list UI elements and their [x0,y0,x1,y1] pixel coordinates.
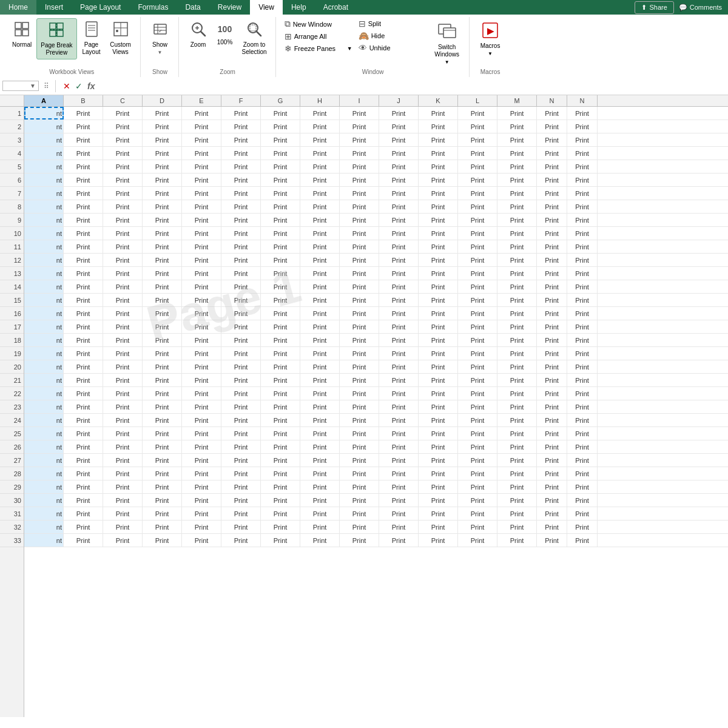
col-header-I[interactable]: I [340,95,379,106]
cell-F29[interactable]: Print [221,480,261,493]
col-header-M[interactable]: M [497,95,537,106]
cell-J17[interactable]: Print [379,320,419,333]
cell-B26[interactable]: Print [64,440,103,453]
cell-J16[interactable]: Print [379,307,419,320]
cell-D30[interactable]: Print [143,494,182,507]
cell-G15[interactable]: Print [261,294,300,306]
cell-M16[interactable]: Print [497,307,537,320]
cell-H14[interactable]: Print [300,280,340,293]
cell-D22[interactable]: Print [143,387,182,400]
cell-H23[interactable]: Print [300,400,340,413]
cell-L11[interactable]: Print [458,240,497,253]
cell-D13[interactable]: Print [143,267,182,280]
cell-K13[interactable]: Print [419,267,458,280]
cell-F4[interactable]: Print [221,147,261,160]
cell-M22[interactable]: Print [497,387,537,400]
cell-I16[interactable]: Print [340,307,379,320]
cell-H6[interactable]: Print [300,174,340,186]
cell-A21[interactable]: nt [24,374,64,386]
cell-M33[interactable]: Print [497,534,537,547]
cell-M19[interactable]: Print [497,347,537,360]
cell-L13[interactable]: Print [458,267,497,280]
cell-extra-1[interactable]: Print [567,107,598,120]
cell-L6[interactable]: Print [458,174,497,186]
cell-E24[interactable]: Print [182,414,221,426]
cell-K31[interactable]: Print [419,507,458,520]
col-header-A[interactable]: A [24,95,64,106]
cell-N26[interactable]: Print [537,440,567,453]
cell-M18[interactable]: Print [497,334,537,346]
cell-D18[interactable]: Print [143,334,182,346]
cell-C13[interactable]: Print [103,267,143,280]
cell-A14[interactable]: nt [24,280,64,293]
cell-M31[interactable]: Print [497,507,537,520]
col-header-H[interactable]: H [300,95,340,106]
cell-J1[interactable]: Print [379,107,419,120]
cell-H1[interactable]: Print [300,107,340,120]
cell-extra-2[interactable]: Print [567,120,598,133]
cell-G33[interactable]: Print [261,534,300,547]
share-button[interactable]: ⬆Share [635,1,673,14]
row-header-26[interactable]: 26 [0,440,24,454]
cell-M27[interactable]: Print [497,454,537,467]
cell-J32[interactable]: Print [379,521,419,533]
row-header-33[interactable]: 33 [0,534,24,547]
cell-C32[interactable]: Print [103,521,143,533]
cell-C10[interactable]: Print [103,227,143,240]
cell-L5[interactable]: Print [458,160,497,173]
cell-K19[interactable]: Print [419,347,458,360]
cell-E11[interactable]: Print [182,240,221,253]
cell-extra-15[interactable]: Print [567,294,598,306]
cell-N23[interactable]: Print [537,400,567,413]
cell-M14[interactable]: Print [497,280,537,293]
cell-extra-12[interactable]: Print [567,254,598,266]
tab-page-layout[interactable]: Page Layout [72,0,129,15]
cell-D15[interactable]: Print [143,294,182,306]
cell-I11[interactable]: Print [340,240,379,253]
cell-N6[interactable]: Print [537,174,567,186]
cell-I19[interactable]: Print [340,347,379,360]
cell-A17[interactable]: nt [24,320,64,333]
row-header-16[interactable]: 16 [0,307,24,320]
col-header-E[interactable]: E [182,95,221,106]
cell-A1[interactable]: nt [24,107,64,120]
cell-D25[interactable]: Print [143,427,182,440]
hide-button[interactable]: 🙈 Hide [356,30,429,41]
cell-B17[interactable]: Print [64,320,103,333]
cell-C11[interactable]: Print [103,240,143,253]
cell-I30[interactable]: Print [340,494,379,507]
cell-H5[interactable]: Print [300,160,340,173]
custom-views-button[interactable]: Custom Views [106,18,135,58]
cell-extra-23[interactable]: Print [567,400,598,413]
name-box[interactable]: ▼ [2,81,39,91]
cell-extra-33[interactable]: Print [567,534,598,547]
col-header-J[interactable]: J [379,95,419,106]
cell-extra-7[interactable]: Print [567,187,598,200]
cell-N28[interactable]: Print [537,467,567,480]
cell-I31[interactable]: Print [340,507,379,520]
cell-N17[interactable]: Print [537,320,567,333]
row-header-22[interactable]: 22 [0,387,24,400]
cell-A18[interactable]: nt [24,334,64,346]
cell-K9[interactable]: Print [419,214,458,226]
cell-extra-5[interactable]: Print [567,160,598,173]
col-header-C[interactable]: C [103,95,143,106]
cell-H16[interactable]: Print [300,307,340,320]
cell-G21[interactable]: Print [261,374,300,386]
col-header-F[interactable]: F [221,95,261,106]
cell-A26[interactable]: nt [24,440,64,453]
cell-K33[interactable]: Print [419,534,458,547]
cell-N29[interactable]: Print [537,480,567,493]
cell-E20[interactable]: Print [182,360,221,373]
row-header-13[interactable]: 13 [0,267,24,280]
cell-L31[interactable]: Print [458,507,497,520]
cell-D1[interactable]: Print [143,107,182,120]
cell-E18[interactable]: Print [182,334,221,346]
cell-C5[interactable]: Print [103,160,143,173]
row-header-24[interactable]: 24 [0,414,24,427]
cell-G20[interactable]: Print [261,360,300,373]
row-header-1[interactable]: 1 [0,107,24,120]
cell-J19[interactable]: Print [379,347,419,360]
unhide-button[interactable]: 👁 Unhide [356,42,429,53]
cell-M9[interactable]: Print [497,214,537,226]
